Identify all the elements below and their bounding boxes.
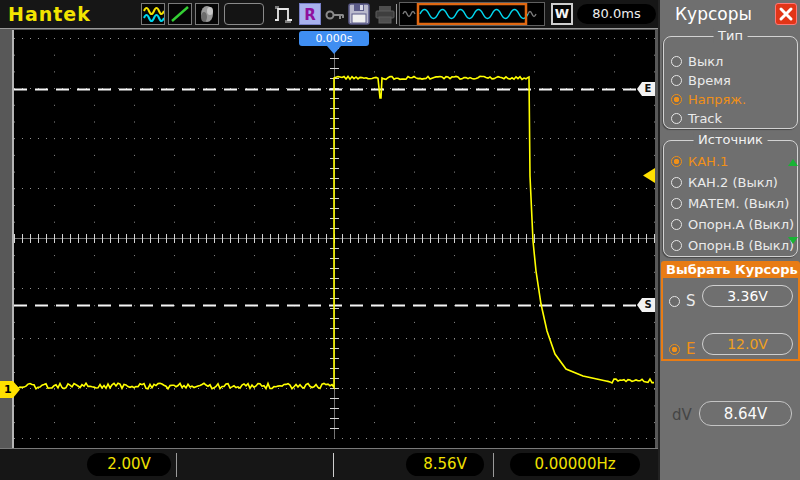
source-option-math[interactable]: МАТЕМ. (Выкл)	[671, 194, 789, 212]
keylock-icon[interactable]	[325, 7, 345, 26]
volts-per-div-readout: 2.00V	[87, 453, 171, 476]
source-option-ch2[interactable]: КАН.2 (Выкл)	[671, 173, 778, 191]
radio-icon	[671, 56, 682, 67]
close-menu-button[interactable]	[775, 3, 797, 25]
run-stop-button[interactable]: R	[299, 3, 321, 25]
frequency-counter-readout: 0.00000Hz	[510, 453, 640, 476]
oscilloscope-screen: { "topbar": { "logo": "Hantek", "run_lab…	[0, 0, 800, 480]
message-box	[224, 3, 264, 25]
status-bar: DC 20 2.00V CH1 8.56V 0.00000Hz	[0, 448, 658, 480]
radio-icon	[671, 198, 682, 209]
cursor-source-group: Источник КАН.1 КАН.2 (Выкл) МАТЕМ. (Выкл…	[663, 140, 798, 257]
menu-title: Курсоры	[675, 4, 752, 24]
delta-v-value: 8.64V	[699, 401, 792, 426]
cursor-menu-panel: Курсоры Тип Выкл Время Напряж. Track Ист…	[658, 0, 800, 480]
top-toolbar: Hantek R W 80.0	[0, 0, 658, 28]
trigger-position-pointer-icon	[327, 46, 341, 54]
select-cursor-header: Выбрать Курсорь	[661, 261, 800, 278]
single-pulse-icon[interactable]	[273, 3, 297, 29]
radio-icon	[669, 344, 680, 355]
channel-waveforms-icon[interactable]	[141, 3, 165, 25]
cursor-type-group: Тип Выкл Время Напряж. Track	[663, 36, 798, 129]
source-option-ch1[interactable]: КАН.1	[671, 152, 728, 170]
trigger-level-readout: 8.56V	[406, 453, 484, 476]
toolbar-separator	[396, 4, 397, 24]
slope-rising-icon[interactable]	[168, 3, 192, 25]
print-icon[interactable]	[374, 4, 396, 28]
trigger-time-label: 0.000s	[315, 32, 352, 45]
radio-icon	[671, 240, 682, 251]
brand-logo: Hantek	[8, 3, 91, 25]
radio-icon	[671, 177, 682, 188]
close-icon	[776, 4, 796, 24]
waveform-screen: 0.000s E S 1	[14, 30, 655, 448]
source-group-legend: Источник	[693, 132, 768, 147]
cursor-s-option[interactable]: S	[669, 292, 696, 310]
radio-icon	[671, 75, 682, 86]
timebase-readout: 80.0ms	[577, 4, 656, 24]
horizontal-zoom-widget[interactable]	[399, 2, 545, 26]
noise-texture-icon[interactable]	[195, 3, 219, 25]
graticule-and-trace	[14, 30, 655, 448]
select-cursor-box: S 3.36V E 12.0V	[661, 278, 800, 361]
radio-icon	[671, 156, 682, 167]
source-option-ref-b[interactable]: Опорн.B (Выкл)	[671, 236, 794, 254]
type-group-legend: Тип	[713, 28, 748, 43]
delta-v-label: dV	[672, 406, 692, 424]
type-option-voltage[interactable]: Напряж.	[671, 90, 746, 108]
statusbar-separator	[493, 453, 494, 477]
display-bezel: 0.000s E S 1	[0, 28, 658, 448]
statusbar-separator	[333, 453, 334, 477]
save-icon[interactable]	[348, 3, 371, 29]
radio-icon	[671, 94, 682, 105]
scroll-up-icon[interactable]	[788, 159, 798, 166]
radio-icon	[669, 296, 680, 307]
scroll-down-icon[interactable]	[788, 237, 798, 244]
type-option-track[interactable]: Track	[671, 109, 722, 127]
cursor-s-value: 3.36V	[702, 285, 793, 307]
radio-icon	[671, 219, 682, 230]
type-option-off[interactable]: Выкл	[671, 52, 723, 70]
source-option-ref-a[interactable]: Опорн.A (Выкл)	[671, 215, 794, 233]
cursor-e-value: 12.0V	[702, 333, 793, 355]
radio-icon	[671, 113, 682, 124]
statusbar-separator	[176, 453, 177, 477]
trigger-position-tag[interactable]: 0.000s	[299, 31, 369, 46]
type-option-time[interactable]: Время	[671, 71, 731, 89]
cursor-e-option[interactable]: E	[669, 340, 695, 358]
window-mode-button[interactable]: W	[551, 3, 573, 25]
